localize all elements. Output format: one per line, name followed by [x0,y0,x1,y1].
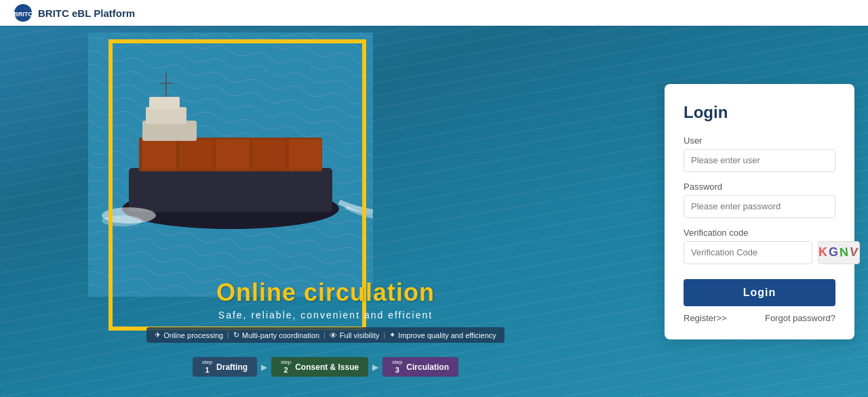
password-form-group: Password [684,182,835,218]
svg-rect-11 [289,140,321,169]
steps-row: step 1 Drafting ▶ step 2 Consent & Issue… [0,357,651,377]
step-2-label: step [281,360,291,366]
login-title: Login [684,103,835,122]
step-2-number: 2 [284,366,288,374]
user-form-group: User [684,135,835,172]
svg-rect-14 [149,97,180,109]
feature-label-2: Multi-party coordination [242,331,319,339]
user-input[interactable] [684,149,835,172]
password-label: Password [684,182,835,192]
divider-2: | [323,331,326,339]
navbar: BRITC BRITC eBL Platform [0,0,868,26]
ship-image-container [88,33,373,297]
svg-rect-10 [252,140,286,169]
step-arrow-2: ▶ [372,362,378,372]
step-1-num: step 1 [202,360,212,374]
divider-1: | [227,331,229,339]
user-label: User [684,135,835,146]
login-card: Login User Password Verification code KG… [665,84,854,339]
svg-rect-5 [129,168,332,212]
login-section: Login User Password Verification code KG… [651,26,868,397]
svg-text:BRITC: BRITC [14,11,33,18]
step-consent-item: step 2 Consent & Issue [271,357,368,377]
multiparty-icon: ↻ [233,331,239,339]
step-arrow-1: ▶ [261,362,267,372]
svg-rect-9 [216,140,250,169]
svg-point-18 [102,215,142,226]
login-button[interactable]: Login [684,279,835,306]
step-2-num: step 2 [281,360,291,374]
feature-quality: ✦ Improve quality and efficiency [389,331,496,339]
verification-row: KGNV [684,241,835,264]
step-3-number: 3 [395,366,399,374]
verification-form-group: Verification code KGNV [684,228,835,264]
main-content: Online circulation Safe, reliable, conve… [0,26,868,397]
quality-icon: ✦ [389,331,395,339]
feature-multiparty: ↻ Multi-party coordination [233,331,319,339]
hero-subtitle: Safe, reliable, convenient and efficient [0,310,651,320]
register-link[interactable]: Register>> [684,313,727,323]
step-drafting-item: step 1 Drafting [193,357,257,377]
logo-container: BRITC BRITC eBL Platform [14,3,135,22]
divider-3: | [383,331,385,339]
step-1-label: step [202,360,212,366]
svg-rect-8 [179,140,213,169]
online-processing-icon: ✈ [155,331,161,339]
login-links: Register>> Forgot password? [684,313,835,323]
feature-tags-bar: ✈ Online processing | ↻ Multi-party coor… [146,327,505,343]
step-1-number: 1 [205,366,209,374]
password-input[interactable] [684,195,835,218]
hero-title: Online circulation [0,278,651,307]
forgot-password-link[interactable]: Forgot password? [765,313,835,323]
step-drafting-label: Drafting [216,362,248,372]
navbar-title: BRITC eBL Platform [38,7,135,19]
feature-label-1: Online processing [163,331,223,339]
step-drafting-box: step 1 Drafting [193,357,257,377]
feature-online-processing: ✈ Online processing [155,331,223,339]
visibility-icon: 👁 [330,331,337,339]
step-circulation-label: Circulation [406,362,449,372]
step-3-label: step [392,360,402,366]
step-3-num: step 3 [392,360,402,374]
britc-logo-icon: BRITC [14,3,33,22]
feature-label-4: Improve quality and efficiency [398,331,496,339]
captcha-char-g: G [829,245,840,259]
verification-label: Verification code [684,228,835,238]
hero-section: Online circulation Safe, reliable, conve… [0,26,651,397]
captcha-char-v: V [849,245,861,260]
step-circulation-box: step 3 Circulation [382,357,458,377]
svg-rect-13 [146,107,186,124]
captcha-char-k: K [818,245,829,259]
hero-text-overlay: Online circulation Safe, reliable, conve… [0,278,651,343]
captcha-image[interactable]: KGNV [818,241,860,264]
ship-visual [88,33,373,297]
step-circulation-item: step 3 Circulation [382,357,458,377]
svg-rect-7 [142,140,176,169]
step-consent-label: Consent & Issue [295,362,359,372]
verification-input[interactable] [684,241,812,264]
feature-visibility: 👁 Full visibility [330,331,380,339]
ship-svg [88,33,373,297]
feature-label-3: Full visibility [340,331,380,339]
step-consent-box: step 2 Consent & Issue [271,357,368,377]
